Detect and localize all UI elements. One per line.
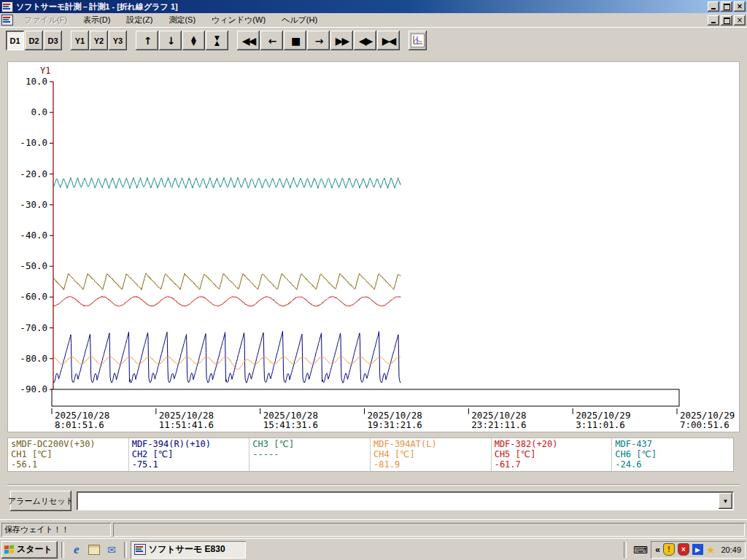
legend-title: MDF-382(+20): [495, 439, 609, 449]
data-select-button-d2[interactable]: D2: [25, 31, 43, 50]
legend-title: MDF-394AT(L): [374, 439, 488, 449]
menu-item-3[interactable]: 測定(S): [163, 13, 201, 27]
svg-text:-70.0: -70.0: [20, 322, 47, 333]
axis-select-button-y1[interactable]: Y1: [71, 31, 89, 50]
desktop: { "window": { "title": "ソフトサーモ計測－計測1 - […: [0, 0, 747, 560]
svg-text:-40.0: -40.0: [20, 230, 47, 241]
svg-text:Y1: Y1: [40, 66, 50, 76]
trace-ch4: [53, 357, 400, 370]
taskbar-divider: [61, 542, 64, 558]
channel-legend: sMDF-DC200V(+30)CH1 [℃]-56.1MDF-394(R)(+…: [7, 438, 734, 472]
taskbar: スタート e ✉ ソフトサーモ E830 ⌨ « ! × ▶ ★ 20:49: [0, 538, 747, 560]
pan-up-button[interactable]: ↑: [136, 31, 158, 50]
child-minimize-button[interactable]: [708, 15, 719, 26]
stop-button[interactable]: ■: [284, 31, 306, 50]
update-star-icon[interactable]: ★: [706, 544, 716, 556]
combo-dropdown-button[interactable]: ▼: [719, 493, 732, 509]
range-indicator-box[interactable]: [52, 389, 679, 406]
data-select-button-d1[interactable]: D1: [6, 31, 24, 50]
legend-cell-ch5: MDF-382(+20)CH5 [℃]-61.7: [492, 438, 613, 471]
legend-cell-ch6: MDF-437CH6 [℃]-24.6: [612, 438, 733, 471]
start-button[interactable]: スタート: [1, 541, 58, 559]
app-icon: [134, 544, 146, 555]
legend-value: -61.7: [495, 459, 609, 470]
axis-select-button-y2[interactable]: Y2: [90, 31, 108, 50]
title-bar: ソフトサーモ計測－計測1 - [折れ線グラフ 1] ×: [0, 0, 747, 13]
menu-item-5[interactable]: ヘルプ(H): [276, 13, 322, 27]
menu-item-4[interactable]: ウィンドウ(W): [206, 13, 271, 27]
tray-clock: 20:49: [721, 545, 741, 554]
legend-channel: CH6 [℃]: [615, 449, 730, 459]
windows-logo-icon: [4, 545, 14, 554]
task-button-softthermo[interactable]: ソフトサーモ E830: [131, 541, 246, 559]
internet-explorer-icon[interactable]: e: [69, 542, 84, 557]
security-error-icon[interactable]: ×: [678, 543, 689, 556]
tray-chevron-icon[interactable]: «: [655, 545, 660, 555]
child-close-button[interactable]: ×: [734, 15, 746, 26]
compress-horizontal-button[interactable]: ▶◀: [377, 31, 400, 50]
minimize-button[interactable]: [708, 1, 719, 12]
data-select-button-d3[interactable]: D3: [44, 31, 62, 50]
svg-text:15:41:31.6: 15:41:31.6: [263, 419, 318, 430]
axis-select-button-y3[interactable]: Y3: [109, 31, 127, 50]
legend-cell-ch4: MDF-394AT(L)CH4 [℃]-81.9: [371, 438, 492, 471]
legend-title: sMDF-DC200V(+30): [11, 439, 125, 449]
svg-text:7:00:51.6: 7:00:51.6: [680, 419, 729, 430]
pan-down-button[interactable]: ↓: [159, 31, 182, 50]
legend-cell-ch1: sMDF-DC200V(+30)CH1 [℃]-56.1: [8, 438, 129, 471]
show-desktop-icon[interactable]: [87, 542, 101, 557]
restore-button[interactable]: [721, 1, 732, 12]
svg-text:19:31:21.6: 19:31:21.6: [368, 419, 422, 430]
compress-vertical-button[interactable]: ▼▲: [206, 31, 228, 50]
status-message: 保存ウェイト！！: [1, 523, 111, 537]
alarm-panel: アラームリセット ▼: [7, 484, 740, 516]
step-left-button[interactable]: ←: [260, 31, 283, 50]
toolbar: D1D2D3Y1Y2Y3↑↓▲▼▼▲◀◀←■→▶▶◀▶▶◀: [0, 27, 747, 53]
status-bar: 保存ウェイト！！: [0, 519, 747, 538]
legend-value: -----: [252, 449, 367, 459]
menu-bar: ファイル(F)表示(D)設定(Z)測定(S)ウィンドウ(W)ヘルプ(H) ×: [0, 13, 747, 27]
legend-cell-ch2: MDF-394(R)(+10)CH2 [℃]-75.1: [129, 438, 250, 471]
svg-text:23:21:11.6: 23:21:11.6: [471, 419, 526, 430]
legend-title: MDF-437: [615, 439, 730, 449]
line-graph-settings-button[interactable]: [409, 31, 427, 50]
jump-to-end-button[interactable]: ▶▶: [330, 31, 353, 50]
taskbar-divider: [624, 542, 627, 558]
legend-channel: CH3 [℃]: [252, 439, 367, 449]
jump-to-start-button[interactable]: ◀◀: [237, 31, 260, 50]
svg-text:3:11:01.6: 3:11:01.6: [576, 419, 625, 430]
line-chart-panel: Y110.00.0-10.0-20.0-30.0-40.0-50.0-60.0-…: [7, 61, 740, 432]
legend-value: -75.1: [132, 459, 247, 470]
expand-horizontal-button[interactable]: ◀▶: [354, 31, 376, 50]
trace-ch6: [53, 177, 400, 188]
expand-vertical-button[interactable]: ▲▼: [182, 31, 205, 50]
menu-item-0: ファイル(F): [19, 13, 72, 27]
svg-text:-20.0: -20.0: [20, 168, 47, 179]
media-player-tray-icon[interactable]: ▶: [692, 544, 703, 555]
task-button-label: ソフトサーモ E830: [149, 543, 225, 556]
keyboard-layout-icon[interactable]: ⌨: [633, 545, 648, 555]
outlook-express-icon[interactable]: ✉: [104, 542, 119, 557]
child-restore-button[interactable]: [721, 15, 732, 26]
svg-text:-50.0: -50.0: [20, 260, 47, 271]
window-title: ソフトサーモ計測－計測1 - [折れ線グラフ 1]: [16, 1, 178, 12]
svg-text:-10.0: -10.0: [20, 137, 47, 148]
svg-text:0.0: 0.0: [31, 106, 47, 117]
svg-text:-90.0: -90.0: [20, 384, 47, 394]
child-window-icon[interactable]: [1, 15, 13, 26]
alarm-reset-button[interactable]: アラームリセット: [10, 491, 71, 511]
menu-item-1[interactable]: 表示(D): [78, 13, 115, 27]
trace-ch5: [53, 296, 400, 306]
legend-channel: CH5 [℃]: [495, 449, 609, 459]
menu-item-2[interactable]: 設定(Z): [121, 13, 158, 27]
svg-text:-60.0: -60.0: [20, 291, 47, 302]
alarm-combobox[interactable]: ▼: [77, 491, 734, 510]
svg-text:-30.0: -30.0: [20, 199, 47, 210]
legend-channel: CH1 [℃]: [11, 449, 125, 459]
legend-value: -56.1: [11, 459, 125, 470]
close-button[interactable]: ×: [734, 1, 746, 12]
security-alert-icon[interactable]: !: [663, 543, 675, 556]
legend-cell-ch3: CH3 [℃]-----: [249, 438, 371, 471]
svg-text:10.0: 10.0: [26, 76, 47, 87]
step-right-button[interactable]: →: [307, 31, 330, 50]
